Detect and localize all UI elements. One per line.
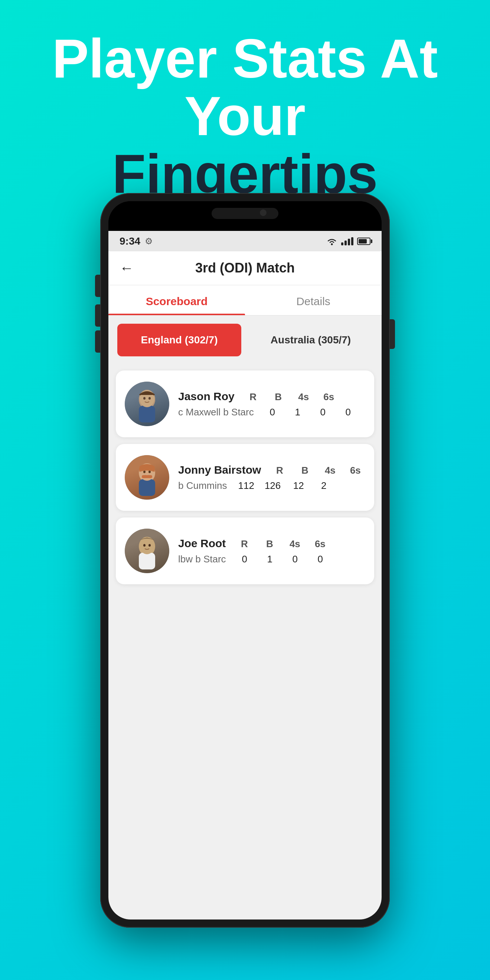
svg-rect-12 bbox=[142, 475, 152, 478]
stat-values: 0 1 0 0 bbox=[265, 406, 356, 418]
player-card-jonny-bairstow[interactable]: Jonny Bairstow R B 4s 6s b Cummins bbox=[116, 444, 374, 511]
svg-point-6 bbox=[148, 397, 151, 400]
status-bar: 9:34 ⚙ bbox=[108, 231, 382, 251]
player-dismissal: b Cummins bbox=[178, 480, 227, 492]
stat-values: 112 126 12 2 bbox=[238, 480, 331, 492]
phone-screen: 9:34 ⚙ bbox=[108, 201, 382, 920]
player-info-joe-root: Joe Root R B 4s 6s lbw b Starc 0 bbox=[178, 537, 365, 565]
player-dismissal: lbw b Starc bbox=[178, 554, 226, 565]
app-content: ← 3rd (ODI) Match Scoreboard Details Eng… bbox=[108, 251, 382, 920]
player-dismissal-row: c Maxwell b Starc 0 1 0 0 bbox=[178, 406, 365, 418]
avatar-jonny-bairstow bbox=[125, 455, 169, 500]
hero-section: Player Stats At Your Fingertips bbox=[0, 0, 490, 203]
svg-rect-8 bbox=[139, 479, 155, 496]
svg-point-17 bbox=[148, 544, 151, 547]
camera-dot bbox=[260, 209, 267, 216]
hero-line2: Your bbox=[0, 87, 490, 145]
player-info-jason-roy: Jason Roy R B 4s 6s c Maxwell b Starc bbox=[178, 390, 365, 418]
svg-rect-3 bbox=[139, 406, 155, 422]
avatar-joe-root bbox=[125, 528, 169, 573]
phone-mockup: 9:34 ⚙ bbox=[100, 193, 390, 928]
svg-point-10 bbox=[143, 471, 145, 473]
svg-point-15 bbox=[140, 537, 154, 554]
wifi-icon bbox=[326, 237, 337, 245]
player-name: Jason Roy bbox=[178, 390, 235, 403]
tab-scoreboard[interactable]: Scoreboard bbox=[108, 285, 245, 315]
player-name-row: Joe Root R B 4s 6s bbox=[178, 537, 365, 550]
stat-headers: R B 4s 6s bbox=[272, 465, 363, 476]
player-card-joe-root[interactable]: Joe Root R B 4s 6s lbw b Starc 0 bbox=[116, 517, 374, 584]
avatar-image bbox=[125, 455, 169, 500]
player-info-jonny-bairstow: Jonny Bairstow R B 4s 6s b Cummins bbox=[178, 464, 365, 492]
gear-icon: ⚙ bbox=[145, 236, 153, 247]
player-card-jason-roy[interactable]: Jason Roy R B 4s 6s c Maxwell b Starc bbox=[116, 371, 374, 437]
player-name: Jonny Bairstow bbox=[178, 464, 261, 476]
svg-point-16 bbox=[143, 544, 145, 547]
stat-values: 0 1 0 0 bbox=[237, 554, 328, 565]
player-name-row: Jason Roy R B 4s 6s bbox=[178, 390, 365, 403]
avatar-jason-roy bbox=[125, 382, 169, 426]
stat-headers: R B 4s 6s bbox=[237, 538, 328, 550]
phone-notch-area bbox=[108, 201, 382, 231]
player-name-row: Jonny Bairstow R B 4s 6s bbox=[178, 464, 365, 476]
status-time: 9:34 bbox=[119, 235, 140, 247]
player-dismissal-row: b Cummins 112 126 12 2 bbox=[178, 480, 365, 492]
tabs-container: Scoreboard Details bbox=[108, 285, 382, 315]
app-header: ← 3rd (ODI) Match bbox=[108, 251, 382, 285]
team-england-button[interactable]: England (302/7) bbox=[117, 324, 241, 356]
signal-bars bbox=[341, 237, 353, 245]
team-australia-button[interactable]: Australia (305/7) bbox=[249, 324, 373, 356]
team-selector: England (302/7) Australia (305/7) bbox=[108, 316, 382, 364]
page-title: 3rd (ODI) Match bbox=[195, 260, 295, 276]
svg-rect-14 bbox=[139, 553, 155, 570]
battery-icon bbox=[357, 237, 371, 245]
status-icons-right bbox=[326, 237, 371, 245]
avatar-image bbox=[125, 382, 169, 426]
svg-point-5 bbox=[143, 397, 145, 400]
stat-headers: R B 4s 6s bbox=[246, 391, 336, 403]
svg-point-11 bbox=[148, 471, 151, 473]
back-button[interactable]: ← bbox=[119, 260, 134, 276]
avatar-image bbox=[125, 528, 169, 573]
player-dismissal-row: lbw b Starc 0 1 0 0 bbox=[178, 554, 365, 565]
player-name: Joe Root bbox=[178, 537, 226, 550]
player-dismissal: c Maxwell b Starc bbox=[178, 406, 254, 418]
hero-line1: Player Stats At bbox=[0, 30, 490, 87]
svg-point-0 bbox=[331, 243, 333, 245]
tab-details[interactable]: Details bbox=[245, 285, 382, 315]
phone-shell: 9:34 ⚙ bbox=[100, 193, 390, 928]
